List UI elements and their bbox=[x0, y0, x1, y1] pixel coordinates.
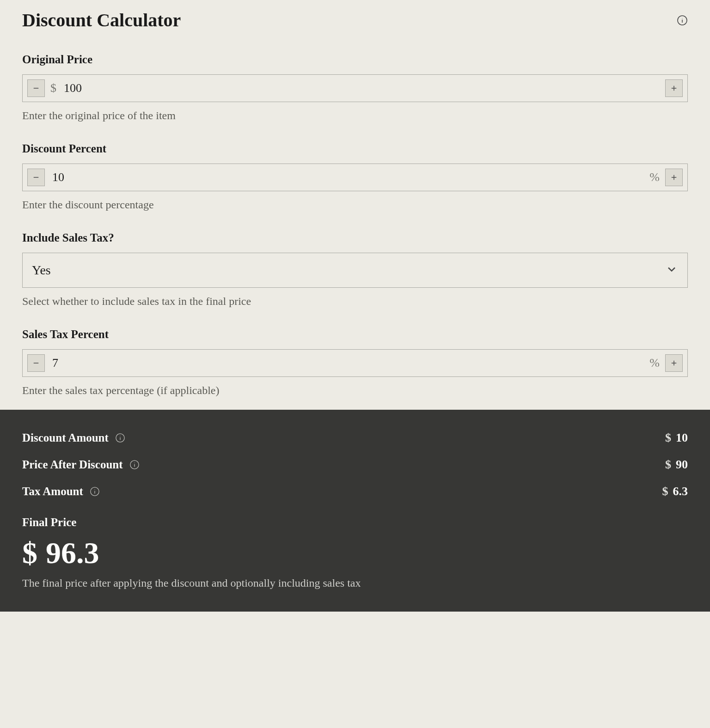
discount-percent-input[interactable] bbox=[50, 170, 644, 184]
tax-percent-field: Sales Tax Percent % Enter the sales tax … bbox=[22, 328, 688, 397]
price-after-discount-label: Price After Discount bbox=[22, 458, 123, 471]
include-tax-field: Include Sales Tax? Yes Select whether to… bbox=[22, 231, 688, 308]
include-tax-helper: Select whether to include sales tax in t… bbox=[22, 295, 688, 308]
original-price-helper: Enter the original price of the item bbox=[22, 109, 688, 122]
tax-amount-value: 6.3 bbox=[673, 485, 688, 498]
discount-amount-value: 10 bbox=[676, 431, 688, 445]
minus-icon bbox=[32, 359, 40, 367]
plus-icon bbox=[670, 173, 678, 182]
price-after-discount-value: 90 bbox=[676, 458, 688, 472]
final-price-desc: The final price after applying the disco… bbox=[22, 577, 688, 589]
minus-icon bbox=[32, 84, 40, 92]
results-panel: Discount Amount $ 10 Price After Discoun… bbox=[0, 410, 710, 612]
tax-percent-label: Sales Tax Percent bbox=[22, 328, 688, 341]
discount-percent-field: Discount Percent % Enter the discount pe… bbox=[22, 142, 688, 211]
final-price-value: 96.3 bbox=[46, 535, 99, 570]
decrement-button[interactable] bbox=[27, 79, 45, 97]
tax-percent-input[interactable] bbox=[50, 356, 644, 370]
discount-amount-label: Discount Amount bbox=[22, 431, 109, 444]
discount-percent-label: Discount Percent bbox=[22, 142, 688, 155]
currency-symbol: $ bbox=[50, 81, 56, 95]
currency-symbol: $ bbox=[665, 431, 671, 445]
decrement-button[interactable] bbox=[27, 354, 45, 372]
plus-icon bbox=[670, 359, 678, 367]
increment-button[interactable] bbox=[665, 354, 683, 372]
tax-percent-stepper: % bbox=[22, 349, 688, 377]
info-icon[interactable] bbox=[129, 460, 140, 470]
currency-symbol: $ bbox=[22, 535, 37, 570]
tax-percent-helper: Enter the sales tax percentage (if appli… bbox=[22, 384, 688, 397]
tax-amount-label: Tax Amount bbox=[22, 485, 83, 498]
currency-symbol: $ bbox=[665, 458, 671, 472]
final-price-block: Final Price $ 96.3 The final price after… bbox=[22, 516, 688, 589]
page-title: Discount Calculator bbox=[22, 9, 181, 31]
svg-point-14 bbox=[120, 436, 120, 436]
final-price-label: Final Price bbox=[22, 516, 688, 529]
info-icon[interactable] bbox=[90, 486, 100, 497]
original-price-input[interactable] bbox=[62, 81, 660, 95]
discount-amount-row: Discount Amount $ 10 bbox=[22, 425, 688, 451]
increment-button[interactable] bbox=[665, 79, 683, 97]
svg-point-2 bbox=[682, 18, 682, 18]
price-after-discount-row: Price After Discount $ 90 bbox=[22, 451, 688, 478]
chevron-down-icon bbox=[665, 263, 678, 278]
increment-button[interactable] bbox=[665, 169, 683, 186]
svg-point-17 bbox=[134, 462, 135, 463]
original-price-label: Original Price bbox=[22, 53, 688, 66]
info-icon[interactable] bbox=[677, 15, 688, 26]
original-price-field: Original Price $ Enter the original pric… bbox=[22, 53, 688, 122]
percent-symbol: % bbox=[649, 356, 660, 370]
plus-icon bbox=[670, 84, 678, 92]
discount-percent-stepper: % bbox=[22, 164, 688, 191]
tax-amount-row: Tax Amount $ 6.3 bbox=[22, 478, 688, 505]
currency-symbol: $ bbox=[662, 485, 668, 498]
discount-percent-helper: Enter the discount percentage bbox=[22, 199, 688, 211]
decrement-button[interactable] bbox=[27, 169, 45, 186]
minus-icon bbox=[32, 173, 40, 182]
svg-point-20 bbox=[94, 489, 95, 490]
include-tax-select[interactable]: Yes bbox=[22, 253, 688, 288]
original-price-stepper: $ bbox=[22, 74, 688, 102]
include-tax-value: Yes bbox=[32, 263, 51, 278]
percent-symbol: % bbox=[649, 170, 660, 184]
info-icon[interactable] bbox=[115, 433, 125, 443]
include-tax-label: Include Sales Tax? bbox=[22, 231, 688, 244]
